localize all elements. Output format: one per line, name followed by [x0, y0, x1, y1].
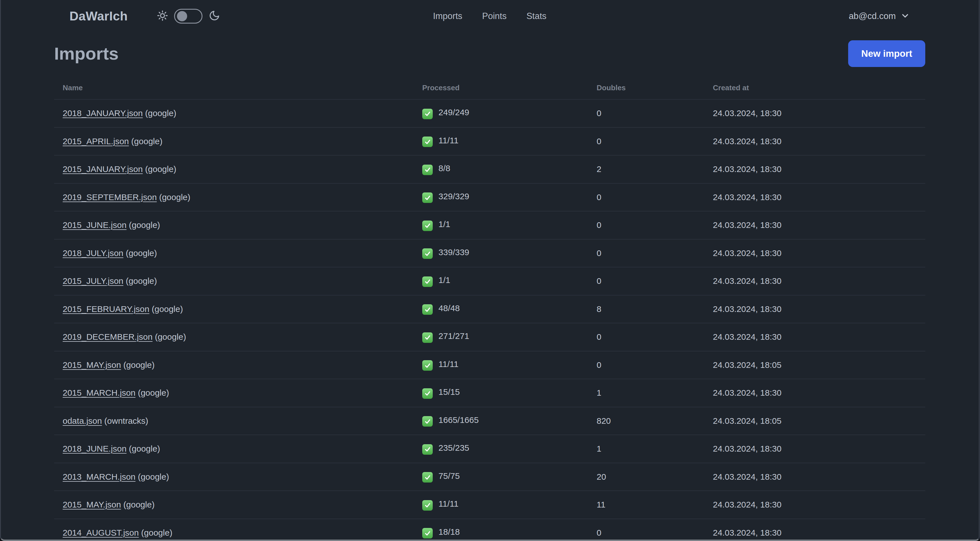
name-cell: 2018_JUNE.json (google)	[54, 435, 414, 463]
import-file-link[interactable]: 2018_JULY.json	[63, 248, 123, 258]
import-file-link[interactable]: 2018_JUNE.json	[63, 444, 126, 453]
import-file-link[interactable]: 2015_MAY.json	[63, 500, 121, 509]
import-file-link[interactable]: odata.json	[63, 416, 102, 426]
success-check-icon	[422, 137, 433, 147]
success-check-icon	[422, 444, 433, 455]
success-check-icon	[422, 360, 433, 371]
app-logo[interactable]: DaWarIch	[70, 9, 127, 23]
success-check-icon	[422, 388, 433, 399]
table-row: 2014_AUGUST.json (google) 18/18 0 24.03.…	[54, 519, 925, 541]
processed-count: 329/329	[438, 192, 469, 201]
import-file-link[interactable]: 2015_APRIL.json	[63, 137, 129, 146]
import-file-link[interactable]: 2015_JUNE.json	[63, 220, 126, 230]
new-import-button[interactable]: New import	[848, 40, 925, 67]
import-file-link[interactable]: 2015_JULY.json	[63, 276, 123, 286]
imports-table-body: 2018_JANUARY.json (google) 249/249 0 24.…	[54, 99, 925, 541]
name-cell: 2015_MAY.json (google)	[54, 351, 414, 379]
table-row: 2015_JANUARY.json (google) 8/8 2 24.03.2…	[54, 155, 925, 184]
chevron-down-icon	[900, 11, 910, 22]
main-nav: Imports Points Stats	[433, 0, 546, 32]
import-file-link[interactable]: 2018_JANUARY.json	[63, 109, 143, 118]
import-file-link[interactable]: 2019_DECEMBER.json	[63, 332, 153, 342]
import-source-label: (google)	[129, 444, 160, 453]
import-file-link[interactable]: 2019_SEPTEMBER.json	[63, 192, 157, 202]
processed-cell: 1665/1665	[414, 407, 588, 435]
nav-link-points[interactable]: Points	[482, 11, 506, 21]
doubles-cell: 1	[588, 435, 705, 463]
table-row: 2015_MAY.json (google) 11/11 11 24.03.20…	[54, 491, 925, 519]
processed-cell: 48/48	[414, 295, 588, 323]
nav-link-imports[interactable]: Imports	[433, 11, 462, 21]
processed-cell: 235/235	[414, 435, 588, 463]
name-cell: 2013_MARCH.json (google)	[54, 463, 414, 491]
processed-cell: 75/75	[414, 463, 588, 491]
created-at-cell: 24.03.2024, 18:30	[705, 295, 925, 323]
column-header-processed: Processed	[414, 78, 588, 99]
theme-toggle-switch[interactable]	[174, 9, 202, 24]
table-row: 2015_MAY.json (google) 11/11 0 24.03.202…	[54, 351, 925, 379]
table-row: 2018_JANUARY.json (google) 249/249 0 24.…	[54, 99, 925, 128]
processed-cell: 15/15	[414, 379, 588, 407]
import-file-link[interactable]: 2015_MAY.json	[63, 360, 121, 370]
success-check-icon	[422, 248, 433, 259]
name-cell: 2014_AUGUST.json (google)	[54, 519, 414, 541]
processed-count: 235/235	[438, 443, 469, 452]
name-cell: odata.json (owntracks)	[54, 407, 414, 435]
imports-page: Imports New import Name Processed Double…	[54, 32, 925, 541]
doubles-cell: 0	[588, 184, 705, 211]
import-source-label: (google)	[129, 220, 160, 230]
app-window: DaWarIch Imports P	[0, 0, 980, 541]
created-at-cell: 24.03.2024, 18:30	[705, 128, 925, 156]
processed-cell: 271/271	[414, 323, 588, 351]
import-source-label: (google)	[159, 192, 190, 202]
import-file-link[interactable]: 2015_JANUARY.json	[63, 164, 143, 174]
import-file-link[interactable]: 2015_MARCH.json	[63, 388, 135, 397]
import-file-link[interactable]: 2015_FEBRUARY.json	[63, 304, 150, 314]
doubles-cell: 0	[588, 267, 705, 295]
processed-cell: 339/339	[414, 239, 588, 267]
table-row: odata.json (owntracks) 1665/1665 820 24.…	[54, 407, 925, 435]
import-file-link[interactable]: 2013_MARCH.json	[63, 472, 135, 481]
success-check-icon	[422, 192, 433, 203]
name-cell: 2015_MARCH.json (google)	[54, 379, 414, 407]
processed-cell: 11/11	[414, 491, 588, 519]
import-file-link[interactable]: 2014_AUGUST.json	[63, 528, 138, 537]
created-at-cell: 24.03.2024, 18:30	[705, 99, 925, 128]
import-source-label: (google)	[123, 360, 154, 370]
success-check-icon	[422, 472, 433, 482]
table-row: 2013_MARCH.json (google) 75/75 20 24.03.…	[54, 463, 925, 491]
table-row: 2019_DECEMBER.json (google) 271/271 0 24…	[54, 323, 925, 351]
success-check-icon	[422, 276, 433, 287]
account-menu[interactable]: ab@cd.com	[849, 11, 910, 22]
name-cell: 2019_DECEMBER.json (google)	[54, 323, 414, 351]
table-row: 2015_FEBRUARY.json (google) 48/48 8 24.0…	[54, 295, 925, 323]
name-cell: 2019_SEPTEMBER.json (google)	[54, 184, 414, 211]
doubles-cell: 11	[588, 491, 705, 519]
title-row: Imports New import	[54, 40, 925, 67]
processed-cell: 8/8	[414, 155, 588, 184]
name-cell: 2015_MAY.json (google)	[54, 491, 414, 519]
table-row: 2015_MARCH.json (google) 15/15 1 24.03.2…	[54, 379, 925, 407]
name-cell: 2015_JANUARY.json (google)	[54, 155, 414, 184]
import-source-label: (google)	[141, 528, 172, 537]
processed-cell: 249/249	[414, 99, 588, 128]
processed-cell: 329/329	[414, 184, 588, 211]
table-row: 2018_JUNE.json (google) 235/235 1 24.03.…	[54, 435, 925, 463]
sun-icon	[157, 10, 168, 22]
name-cell: 2015_APRIL.json (google)	[54, 128, 414, 156]
created-at-cell: 24.03.2024, 18:05	[705, 351, 925, 379]
doubles-cell: 2	[588, 155, 705, 184]
doubles-cell: 1	[588, 379, 705, 407]
doubles-cell: 0	[588, 211, 705, 239]
processed-count: 11/11	[438, 499, 458, 508]
doubles-cell: 0	[588, 128, 705, 156]
table-row: 2018_JULY.json (google) 339/339 0 24.03.…	[54, 239, 925, 267]
processed-count: 11/11	[438, 136, 458, 145]
page-title: Imports	[54, 40, 119, 67]
column-header-created-at: Created at	[705, 78, 925, 99]
import-source-label: (owntracks)	[104, 416, 148, 426]
nav-link-stats[interactable]: Stats	[526, 11, 546, 21]
created-at-cell: 24.03.2024, 18:30	[705, 379, 925, 407]
created-at-cell: 24.03.2024, 18:30	[705, 155, 925, 184]
processed-count: 18/18	[438, 527, 460, 536]
